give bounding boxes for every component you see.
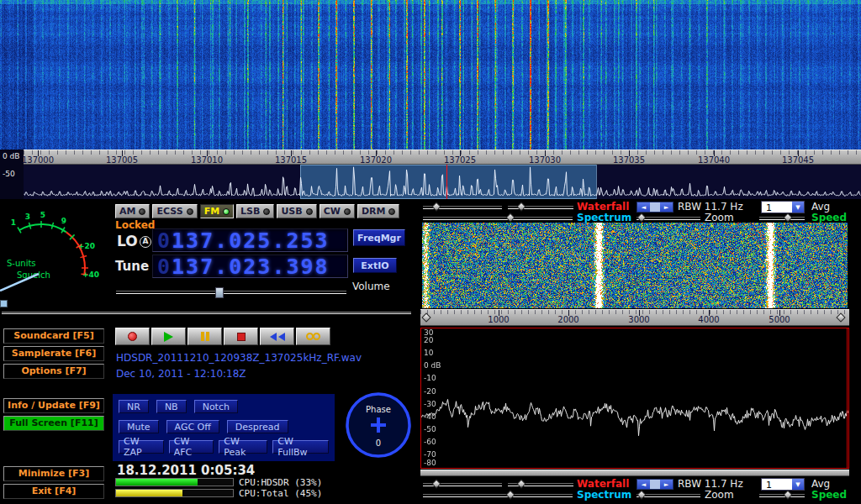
info-update-button[interactable]: Info / Update [F9]: [3, 398, 104, 413]
spectrum-range-handle[interactable]: [505, 213, 515, 222]
play-icon: [164, 332, 173, 342]
mode-lsb-button[interactable]: LSB: [236, 204, 274, 218]
minimize-button[interactable]: Minimize [F3]: [3, 466, 104, 481]
freq-tick-label: 137000: [22, 155, 54, 165]
speed-slider[interactable]: [759, 217, 805, 220]
speed-handle-bottom[interactable]: [783, 490, 792, 499]
avg-select-bottom[interactable]: 1 ▼: [761, 478, 805, 491]
zoom-label-bottom: Zoom: [705, 489, 734, 501]
rbw-increase-icon[interactable]: ►: [660, 202, 673, 212]
record-button[interactable]: [115, 328, 150, 345]
freqmgr-button[interactable]: FreqMgr: [353, 229, 405, 246]
waterfall-lower-slider[interactable]: [508, 206, 573, 209]
notch-button[interactable]: Notch: [194, 400, 238, 413]
mode-usb-button[interactable]: USB: [277, 204, 316, 218]
nb-button[interactable]: NB: [156, 400, 187, 413]
agc-off-button[interactable]: AGC Off: [166, 420, 219, 433]
chevron-down-icon[interactable]: ▼: [792, 479, 804, 490]
lsb-led-icon: [263, 208, 270, 215]
am-led-icon: [139, 208, 145, 215]
pause-button[interactable]: [188, 328, 222, 345]
squelch-slider-track[interactable]: [2, 312, 411, 314]
fullscreen-button[interactable]: Full Screen [F11]: [3, 416, 104, 431]
rbw-spinner-bottom[interactable]: ◄ ►: [637, 479, 673, 490]
cpu-hdsdr-meter: [115, 478, 234, 486]
freq-tick-label: 137030: [529, 155, 561, 165]
waterfall-upper-handle-bottom[interactable]: [431, 479, 441, 488]
waterfall-lower-handle-bottom[interactable]: [516, 479, 526, 488]
zoom-handle-bottom[interactable]: [637, 490, 646, 499]
mode-am-button[interactable]: AM: [115, 204, 150, 218]
cw-zap-button[interactable]: CW ZAP: [119, 440, 164, 454]
rbw-decrease-icon[interactable]: ◄: [637, 202, 650, 212]
despread-button[interactable]: Despread: [227, 420, 288, 433]
tune-frequency-display[interactable]: 0137.023.398: [152, 255, 348, 278]
lo-frequency-display[interactable]: 0137.025.253: [152, 228, 348, 252]
waterfall-upper-slider-bottom[interactable]: [423, 483, 502, 486]
audio-waterfall-display[interactable]: [422, 223, 848, 308]
pause-icon: [206, 332, 209, 341]
usb-led-icon: [306, 208, 313, 215]
speed-slider-bottom[interactable]: [759, 494, 805, 497]
rbw-decrease-icon[interactable]: ◄: [637, 480, 650, 489]
rewind-button[interactable]: [260, 328, 294, 345]
locked-label: Locked: [115, 219, 155, 231]
audio-scrollbar[interactable]: [420, 470, 849, 476]
speed-handle[interactable]: [783, 213, 792, 222]
audio-spectrum-display[interactable]: [421, 328, 848, 468]
waterfall-label-bottom: Waterfall: [577, 478, 629, 490]
waterfall-upper-handle[interactable]: [431, 202, 441, 211]
main-spectrum-display[interactable]: [24, 165, 861, 199]
audio-tick-label: 5000: [769, 315, 790, 324]
audio-frequency-scale[interactable]: 1000 2000 3000 4000 5000: [420, 309, 849, 326]
spectrum-range-slider-bottom[interactable]: [423, 494, 573, 497]
volume-slider-handle[interactable]: [215, 287, 224, 298]
avg-select[interactable]: 1 ▼: [761, 201, 805, 213]
extio-button[interactable]: ExtIO: [353, 258, 397, 273]
audio-scale-left-handle[interactable]: [421, 312, 430, 322]
squelch-handle[interactable]: [0, 300, 8, 307]
spectrum-range-slider[interactable]: [423, 217, 573, 220]
avg-label-bottom: Avg: [811, 478, 830, 490]
s-units-label: S-units: [7, 259, 36, 268]
waterfall-lower-slider-bottom[interactable]: [508, 483, 573, 486]
clock: 18.12.2011 0:05:34: [117, 463, 255, 478]
mute-button[interactable]: Mute: [119, 420, 159, 433]
volume-slider[interactable]: [116, 291, 346, 294]
rbw-spinner[interactable]: ◄ ►: [637, 202, 673, 213]
audio-tick-label: 4000: [698, 315, 719, 324]
options-button[interactable]: Options [F7]: [3, 364, 104, 379]
exit-button[interactable]: Exit [F4]: [3, 484, 104, 499]
waterfall-upper-slider[interactable]: [423, 206, 502, 209]
main-frequency-scale[interactable]: 137000 137005 137010 137015 137020 13702…: [24, 150, 861, 165]
spectrum-range-handle-bottom[interactable]: [505, 490, 515, 499]
pause-icon: [201, 332, 204, 341]
spectrum-label: Spectrum: [577, 212, 631, 223]
zoom-handle[interactable]: [637, 213, 646, 222]
mode-drm-button[interactable]: DRM: [357, 204, 400, 218]
cpu-hdsdr-label: CPU:HDSDR (33%): [239, 477, 322, 488]
freq-tick-label: 137020: [360, 155, 392, 165]
loop-button[interactable]: [296, 328, 330, 345]
mode-cw-button[interactable]: CW: [320, 204, 355, 218]
cw-peak-button[interactable]: CW Peak: [219, 440, 267, 454]
chevron-down-icon[interactable]: ▼: [792, 202, 804, 213]
waterfall-lower-handle[interactable]: [516, 202, 526, 211]
zoom-slider-bottom[interactable]: [637, 494, 700, 497]
main-waterfall-display[interactable]: [0, 0, 861, 150]
db-axis-label: -10: [424, 374, 436, 382]
mode-ecss-button[interactable]: ECSS: [152, 204, 197, 218]
audio-scale-right-handle[interactable]: [836, 312, 845, 322]
samplerate-button[interactable]: Samplerate [F6]: [3, 346, 104, 361]
lock-badge[interactable]: A: [140, 236, 151, 248]
cw-afc-button[interactable]: CW AFC: [169, 440, 214, 454]
mode-fm-button[interactable]: FM: [200, 204, 234, 218]
play-button[interactable]: [151, 328, 186, 345]
cw-fullbw-button[interactable]: CW FullBw: [272, 440, 329, 454]
audio-tick-label: 3000: [628, 315, 649, 324]
nr-button[interactable]: NR: [119, 400, 149, 413]
zoom-slider[interactable]: [637, 217, 700, 220]
rbw-increase-icon[interactable]: ►: [660, 480, 673, 489]
stop-button[interactable]: [224, 328, 258, 345]
soundcard-button[interactable]: Soundcard [F5]: [3, 328, 104, 344]
